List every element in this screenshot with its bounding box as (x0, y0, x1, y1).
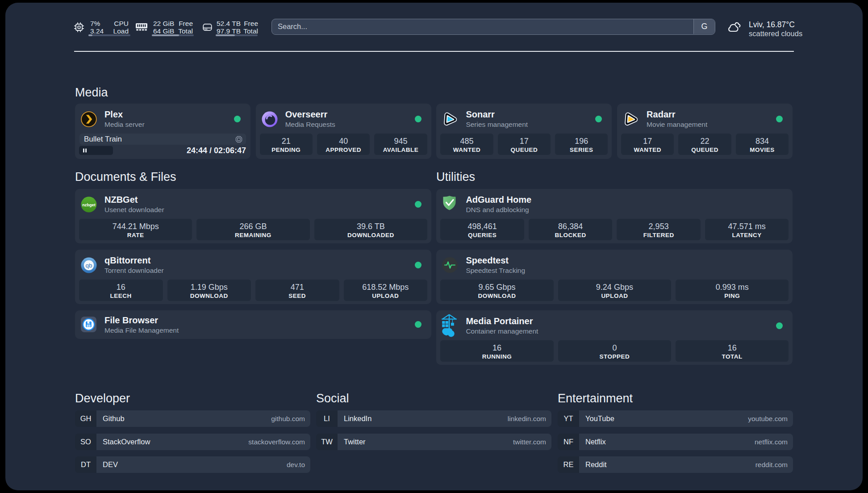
svg-text:qb: qb (85, 262, 92, 269)
svg-text:nzbget: nzbget (82, 203, 96, 207)
